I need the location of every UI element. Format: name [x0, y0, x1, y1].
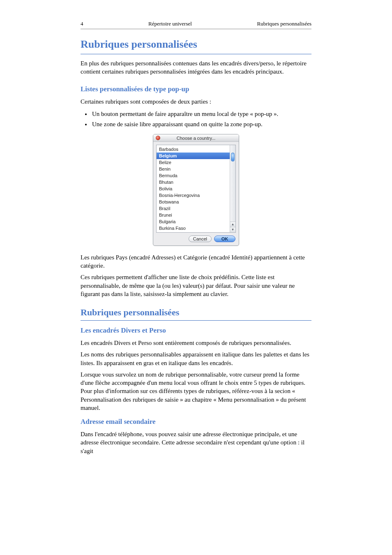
- dialog-title: Choose a country...: [177, 136, 216, 141]
- country-list-item[interactable]: Bosnia-Hercegovina: [157, 192, 230, 199]
- after-figure-p2: Ces rubriques permettent d'afficher une …: [81, 273, 311, 298]
- country-dialog-figure: Choose a country... BarbadosBelgiumBeliz…: [153, 134, 239, 246]
- subsection-secondary-email-title: Adresse email secondaire: [81, 418, 311, 426]
- after-figure-p1: Les rubriques Pays (encadré Adresses) et…: [81, 253, 311, 270]
- country-list-item[interactable]: Brunei: [157, 212, 230, 218]
- country-list-item[interactable]: Burkina Faso: [157, 225, 230, 231]
- ok-button[interactable]: OK: [214, 236, 235, 242]
- divers-perso-p3: Lorsque vous survolez un nom de rubrique…: [81, 370, 311, 412]
- chapter-title: Rubriques personnalisées: [81, 38, 311, 54]
- choose-country-dialog: Choose a country... BarbadosBelgiumBeliz…: [153, 134, 239, 246]
- section-name: Rubriques personnalisées: [257, 21, 311, 27]
- country-list-item[interactable]: Botswana: [157, 199, 230, 205]
- page-number: 4: [81, 21, 83, 27]
- popup-parts-list: Un bouton permettant de faire apparaître…: [81, 109, 311, 130]
- country-list-item[interactable]: Belgium: [157, 153, 230, 159]
- popup-part-item: Un bouton permettant de faire apparaître…: [91, 109, 311, 120]
- close-icon[interactable]: [156, 136, 160, 140]
- doc-title: Répertoire universel: [148, 21, 192, 27]
- dialog-titlebar: Choose a country...: [153, 134, 239, 142]
- section-custom-fields-title: Rubriques personnalisées: [81, 307, 311, 321]
- popup-part-item: Une zone de saisie libre apparaissant qu…: [91, 119, 311, 130]
- country-list-item[interactable]: Barbados: [157, 146, 230, 153]
- country-list-item[interactable]: Bulgaria: [157, 218, 230, 225]
- section-popup-lists-body: Certaines rubriques sont composées de de…: [81, 97, 311, 106]
- cancel-button[interactable]: Cancel: [189, 236, 212, 242]
- country-list-item[interactable]: Bermuda: [157, 172, 230, 179]
- divers-perso-p2: Les noms des rubriques personnalisables …: [81, 350, 311, 367]
- country-listbox[interactable]: BarbadosBelgiumBelizeBeninBermudaBhutanB…: [157, 145, 230, 232]
- country-list-item[interactable]: Bolivia: [157, 185, 230, 192]
- scroll-down-icon[interactable]: ▼: [230, 227, 235, 232]
- chapter-lede: En plus des rubriques personnalisées con…: [81, 59, 311, 76]
- scrollbar[interactable]: ▲ ▼: [230, 145, 235, 232]
- dialog-button-row: Cancel OK: [153, 234, 239, 245]
- country-list-item[interactable]: Benin: [157, 166, 230, 172]
- scrollbar-thumb[interactable]: [231, 153, 235, 162]
- subsection-divers-perso-title: Les encadrés Divers et Perso: [81, 326, 311, 335]
- secondary-email-p1: Dans l'encadré téléphone, vous pouvez sa…: [81, 430, 311, 455]
- scroll-up-icon[interactable]: ▲: [230, 222, 235, 227]
- divers-perso-p1: Les encadrés Divers et Perso sont entièr…: [81, 339, 311, 347]
- country-list-item[interactable]: Bhutan: [157, 179, 230, 185]
- section-popup-lists-title: Listes personnalisées de type pop-up: [81, 85, 311, 93]
- country-list-item[interactable]: Brazil: [157, 205, 230, 212]
- running-header: 4 Répertoire universel Rubriques personn…: [81, 21, 311, 29]
- country-list-item[interactable]: Belize: [157, 159, 230, 166]
